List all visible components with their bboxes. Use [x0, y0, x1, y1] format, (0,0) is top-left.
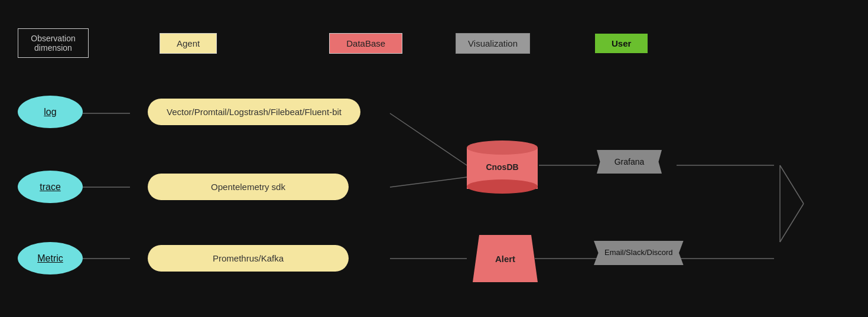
- header-obs: Observationdimension: [18, 28, 89, 58]
- cnosdb-cylinder: CnosDB: [467, 140, 538, 194]
- svg-line-3: [390, 177, 467, 187]
- agent-trace-pill: Opentelemetry sdk: [148, 174, 349, 200]
- svg-marker-10: [774, 142, 827, 266]
- svg-line-12: [780, 165, 804, 204]
- header-user: User: [595, 34, 648, 53]
- svg-line-13: [780, 204, 804, 242]
- obs-metric-ellipse: Metric: [18, 242, 83, 274]
- user-shape-svg: [774, 142, 845, 266]
- cylinder-bottom: [467, 179, 538, 194]
- notification-viz: Email/Slack/Discord: [594, 241, 684, 265]
- header-row: Observationdimension Agent DataBase Visu…: [18, 28, 648, 58]
- alert-shape: Alert: [473, 235, 538, 282]
- obs-trace-ellipse: trace: [18, 171, 83, 203]
- row-trace: trace Opentelemetry sdk: [18, 171, 349, 203]
- svg-line-1: [390, 113, 467, 165]
- row-metric: Metric Promethrus/Kafka: [18, 242, 349, 274]
- header-db: DataBase: [329, 33, 402, 54]
- cnosdb-label: CnosDB: [486, 162, 518, 172]
- grafana-box: Grafana: [597, 150, 662, 174]
- header-viz: Visualization: [456, 33, 530, 54]
- cylinder-top: [467, 140, 538, 155]
- grafana-viz: Grafana: [597, 150, 662, 174]
- header-agent: Agent: [160, 33, 217, 54]
- agent-metric-pill: Promethrus/Kafka: [148, 245, 349, 272]
- notification-box: Email/Slack/Discord: [594, 241, 684, 265]
- diagram: Observationdimension Agent DataBase Visu…: [0, 0, 868, 317]
- row-log: log Vector/Promtail/Logstrash/Filebeat/F…: [18, 96, 360, 128]
- agent-log-pill: Vector/Promtail/Logstrash/Filebeat/Fluen…: [148, 99, 360, 125]
- obs-log-ellipse: log: [18, 96, 83, 128]
